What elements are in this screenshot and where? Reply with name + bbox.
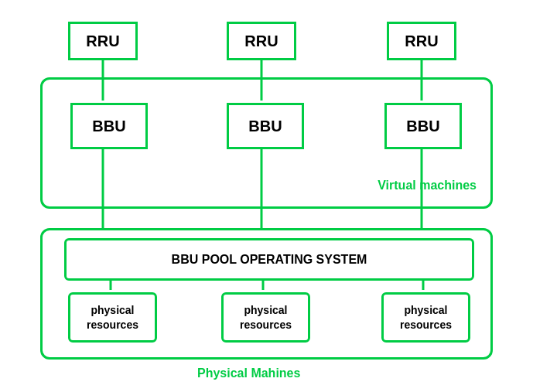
vm-container: BBU BBU BBU Virtual machines: [40, 77, 493, 209]
rru-box-2: RRU: [227, 22, 296, 60]
phys-label-2: physicalresources: [240, 303, 292, 331]
phys-box-3: physicalresources: [381, 292, 470, 343]
phys-label-1: physicalresources: [87, 303, 138, 331]
bbu-label-3: BBU: [406, 118, 439, 135]
rru-label-1: RRU: [86, 32, 119, 50]
bbu-box-1: BBU: [70, 103, 148, 149]
phys-box-1: physicalresources: [68, 292, 157, 343]
bbu-pool-box: BBU POOL OPERATING SYSTEM: [64, 238, 474, 281]
phys-box-2: physicalresources: [221, 292, 310, 343]
phys-label: Physical Mahines: [197, 366, 300, 380]
phys-machines-container: BBU POOL OPERATING SYSTEM physicalresour…: [40, 228, 493, 360]
bbu-box-2: BBU: [227, 103, 304, 149]
bbu-box-3: BBU: [384, 103, 462, 149]
rru-box-1: RRU: [68, 22, 138, 60]
vm-label: Virtual machines: [378, 179, 477, 193]
bbu-label-2: BBU: [248, 118, 282, 135]
bbu-pool-label: BBU POOL OPERATING SYSTEM: [172, 253, 367, 267]
rru-box-3: RRU: [387, 22, 456, 60]
rru-label-2: RRU: [244, 32, 278, 50]
bbu-label-1: BBU: [92, 118, 125, 135]
phys-label-3: physicalresources: [400, 303, 452, 331]
diagram: RRU RRU RRU BBU BBU BBU Virtual machines…: [0, 0, 533, 392]
rru-label-3: RRU: [405, 32, 438, 50]
